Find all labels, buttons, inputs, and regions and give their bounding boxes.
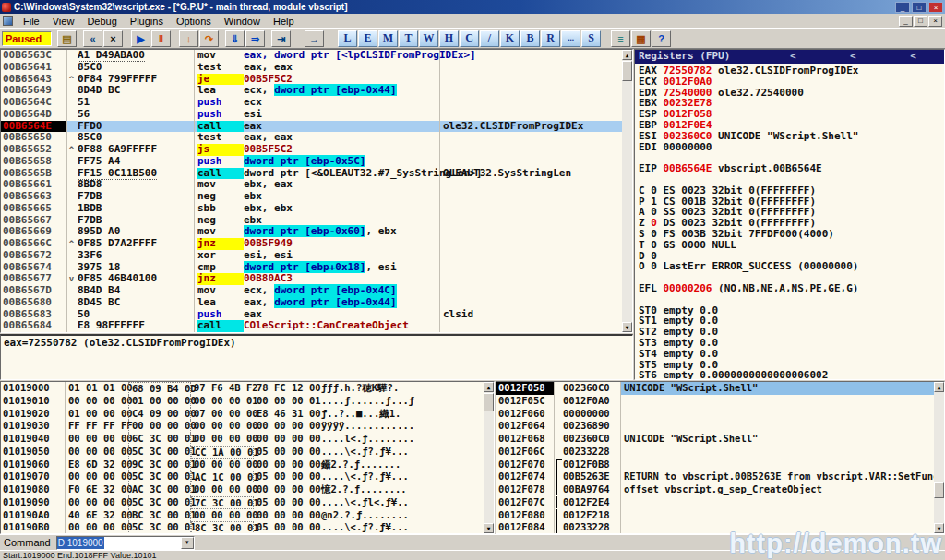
stack-row[interactable]: 0012F0800012F218 [496, 509, 944, 522]
jump-direction-icon [67, 121, 76, 133]
dump-bytes-group: 6C 3C 00 01 [128, 433, 191, 446]
jump-direction-icon [67, 191, 76, 203]
scroll-thumb[interactable] [622, 61, 632, 81]
view-button-x[interactable]: / [480, 30, 499, 47]
dump-scrollbar[interactable]: ▲ ▼ [484, 382, 494, 533]
stack-row[interactable]: 0012F068002360C0UNICODE "WScript.Shell" [496, 433, 944, 446]
view-button-xxx[interactable]: ... [561, 30, 580, 47]
scroll-up-icon[interactable]: ▲ [622, 50, 632, 60]
dump-row[interactable]: 010190A040 6E 32 00BC 3C 00 0100 00 00 0… [1, 509, 494, 522]
menu-item-help[interactable]: Help [267, 15, 301, 28]
menu-item-options[interactable]: Options [170, 15, 218, 28]
close-program-button[interactable]: × [103, 30, 123, 47]
stack-scrollbar[interactable]: ▲ ▼ [934, 382, 944, 533]
menu-item-view[interactable]: View [46, 15, 81, 28]
run-button[interactable]: ▶ [131, 30, 150, 47]
menu-item-plugins[interactable]: Plugins [124, 15, 170, 28]
help-button[interactable]: ? [652, 30, 671, 47]
appearance-button[interactable]: ▦ [631, 30, 651, 47]
scroll-down-icon[interactable]: ▼ [622, 322, 632, 332]
dump-row[interactable]: 01019060E8 6D 32 009C 3C 00 0100 00 00 0… [1, 459, 494, 471]
dump-address: 01019080 [1, 483, 66, 496]
stack-row[interactable]: 0012F05C0012F0A0 [496, 395, 944, 408]
disasm-row[interactable]: 00B656498D4D BCleaecx, dword ptr [ebp-0x… [1, 85, 622, 97]
registers-header-chevrons[interactable]: < < < [790, 50, 944, 64]
stack-row[interactable]: 0012F0700012F0B8 [496, 459, 944, 471]
animate-over-button[interactable]: ⇒ [245, 30, 265, 47]
view-button-L[interactable]: L [338, 30, 357, 47]
restart-button[interactable]: « [83, 30, 102, 47]
dump-row[interactable]: 0101901000 00 00 0001 00 00 0000 00 00 0… [1, 395, 494, 408]
menu-items: FileViewDebugPluginsOptionsWindowHelp [17, 15, 301, 28]
step-over-button[interactable]: ↷ [199, 30, 219, 47]
disassembly-scrollbar[interactable]: ▲ ▼ [622, 50, 632, 332]
go-to-address-button[interactable]: → [305, 30, 324, 47]
register-line[interactable]: EDI 00000000 [639, 142, 944, 153]
mdi-restore-icon[interactable]: □ [914, 16, 927, 27]
disasm-row[interactable]: 00B656808D45 BCleaeax, dword ptr [ebp-0x… [1, 297, 622, 309]
register-line[interactable]: EIP 00B6564E vbscript.00B6564E [639, 163, 944, 174]
scroll-down-icon[interactable]: ▼ [484, 523, 494, 533]
register-line[interactable]: O 0 LastErr ERROR_SUCCESS (00000000) [639, 261, 944, 272]
minimize-icon[interactable]: _ [895, 2, 910, 13]
dump-row[interactable]: 01019080F0 6E 32 00AC 3C 00 0100 00 00 0… [1, 483, 494, 496]
scroll-up-icon[interactable]: ▲ [484, 382, 494, 392]
mdi-minimize-icon[interactable]: _ [899, 16, 913, 27]
info-pane[interactable]: eax=72550782 (ole32.CLSIDFromProgIDEx) [0, 334, 633, 380]
dump-row[interactable]: 0101909000 00 00 005C 3C 00 017C 3C 00 0… [1, 496, 494, 509]
view-button-S[interactable]: S [581, 30, 601, 47]
register-line[interactable]: ST6 empty 0.0000000000000006002 [639, 370, 944, 380]
view-button-T[interactable]: T [399, 30, 418, 47]
dump-row[interactable]: 010190B000 00 00 005C 3C 00 018C 3C 00 0… [1, 521, 494, 534]
dump-row[interactable]: 0101902001 00 00 00C4 09 00 0007 00 00 0… [1, 408, 494, 421]
dump-row[interactable]: 0101900001 01 01 0068 09 B4 0D97 F6 4B F… [1, 382, 494, 395]
dump-bytes-group: BC 3C 00 01 [128, 509, 191, 522]
step-into-button[interactable]: ↓ [179, 30, 198, 47]
options-button[interactable]: ≡ [611, 30, 630, 47]
scroll-up-icon[interactable]: ▲ [934, 382, 944, 392]
registers-pane[interactable]: Registers (FPU) < < < EAX 72550782 ole32… [634, 49, 945, 380]
mdi-close-icon[interactable]: × [928, 16, 942, 27]
view-button-R[interactable]: R [541, 30, 560, 47]
scroll-thumb[interactable] [484, 393, 494, 411]
register-line[interactable]: T 0 GS 0000 NULL [639, 240, 944, 251]
chevron-down-icon[interactable]: ▼ [181, 537, 194, 549]
menu-item-file[interactable]: File [17, 15, 46, 28]
scroll-thumb[interactable] [934, 482, 944, 498]
open-file-button[interactable]: ▤ [57, 30, 77, 47]
view-button-M[interactable]: M [378, 30, 398, 47]
dump-row[interactable]: 01019030FF FF FF FF00 00 00 0000 00 00 0… [1, 420, 494, 433]
register-line[interactable]: EFL 00000206 (NO,NB,NE,A,NS,PE,GE,G) [639, 283, 944, 294]
dump-bytes-group: 78 FC 12 00 [254, 382, 317, 395]
dump-row[interactable]: 0101904000 00 00 006C 3C 00 0100 00 00 0… [1, 433, 494, 446]
menu-item-window[interactable]: Window [218, 15, 267, 28]
view-letter-buttons: LEMTWHC/KBR...S [338, 30, 602, 47]
dump-row[interactable]: 0101905000 00 00 005C 3C 00 01CC 1A 00 0… [1, 446, 494, 459]
view-button-K[interactable]: K [500, 30, 520, 47]
stack-row[interactable]: 0012F06400236890 [496, 420, 944, 433]
stack-row[interactable]: 0012F07C0012F2E4 [496, 496, 944, 509]
stack-row[interactable]: 0012F058002360C0UNICODE "WScript.Shell" [496, 382, 944, 395]
animate-into-button[interactable]: ⇓ [225, 30, 245, 47]
close-icon[interactable]: × [928, 2, 943, 13]
disassembly-pane[interactable]: 00B6563CA1 D49ABA00moveax, dword ptr [<l… [0, 49, 633, 333]
command-input[interactable]: D 1019000 ▼ [56, 536, 195, 550]
view-button-E[interactable]: E [358, 30, 377, 47]
maximize-icon[interactable]: □ [912, 2, 927, 13]
disasm-row[interactable]: 00B65684E8 98FFFFFFcallCOleScript::CanCr… [1, 320, 622, 332]
stack-row[interactable]: 0012F07400B5263ERETURN to vbscript.00B52… [496, 471, 944, 483]
stack-pane[interactable]: 0012F058002360C0UNICODE "WScript.Shell"0… [496, 381, 945, 534]
menu-item-debug[interactable]: Debug [80, 15, 123, 28]
view-button-H[interactable]: H [439, 30, 459, 47]
hex-dump-pane[interactable]: 0101900001 01 01 0068 09 B4 0D97 F6 4B F… [0, 381, 495, 534]
view-button-C[interactable]: C [460, 30, 479, 47]
dump-row[interactable]: 0101907000 00 00 005C 3C 00 01AC 1C 00 0… [1, 471, 494, 483]
stack-row[interactable]: 0012F06000000000 [496, 408, 944, 421]
view-button-W[interactable]: W [419, 30, 438, 47]
view-button-B[interactable]: B [520, 30, 540, 47]
pause-button[interactable]: ‖ [151, 30, 171, 47]
execute-till-return-button[interactable]: ⇥ [271, 30, 291, 47]
disasm-row[interactable]: 00B6564C51pushecx [1, 97, 622, 109]
stack-row[interactable]: 0012F07800BA9764offset vbscript.g_sep_Cr… [496, 483, 944, 496]
stack-row[interactable]: 0012F06C00233228 [496, 446, 944, 459]
